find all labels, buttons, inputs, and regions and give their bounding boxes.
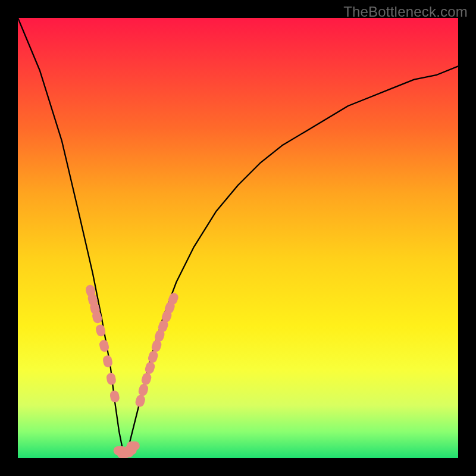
curve-marker bbox=[109, 390, 120, 403]
curve-marker bbox=[106, 372, 117, 386]
curve-marker bbox=[127, 441, 140, 450]
curve-marker bbox=[134, 394, 146, 408]
bottleneck-curve bbox=[18, 18, 458, 454]
curve-marker bbox=[140, 372, 152, 386]
curve-marker bbox=[147, 350, 159, 364]
curve-marker bbox=[137, 383, 149, 397]
curve-marker bbox=[144, 361, 156, 375]
curve-marker bbox=[102, 355, 114, 368]
chart-svg bbox=[18, 18, 458, 458]
watermark-text: TheBottleneck.com bbox=[343, 4, 468, 20]
chart-plot-area bbox=[18, 18, 458, 458]
